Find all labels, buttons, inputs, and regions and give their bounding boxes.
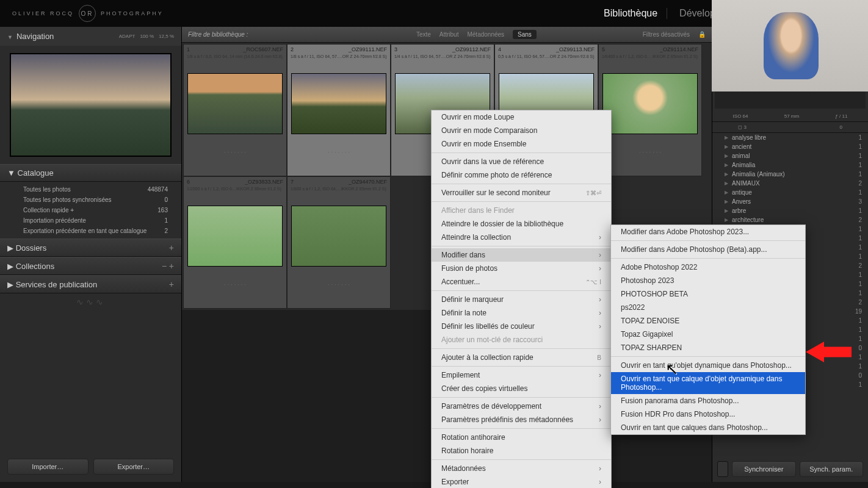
filter-metadata[interactable]: Métadonnées [467, 31, 504, 38]
folders-header[interactable]: ▶ Dossiers + [0, 239, 181, 257]
thumbnail[interactable] [602, 73, 698, 134]
webcam-overlay [712, 0, 868, 92]
menu-item[interactable]: Paramètres de développement [432, 400, 611, 413]
catalog-row[interactable]: Importation précédente1 [0, 215, 181, 226]
exif-strip: ISO 6457 mmƒ / 11 [712, 111, 868, 122]
filter-attribute[interactable]: Attribut [439, 31, 459, 38]
filters-off[interactable]: Filtres désactivés [643, 31, 690, 38]
keyword-row[interactable]: ▶animal1 [712, 151, 868, 160]
menu-item[interactable]: Ouvrir en mode Comparaison [432, 124, 611, 137]
menu-item[interactable]: Ouvrir en mode Loupe [432, 110, 611, 124]
menu-item[interactable]: Définir le marqueur [432, 293, 611, 306]
filter-text[interactable]: Texte [416, 31, 431, 38]
keyword-row[interactable]: ▶Anvers3 [712, 197, 868, 206]
thumbnail[interactable] [291, 206, 386, 267]
grid-cell[interactable]: 6_OZ93833.NEF1/2000 s à f / 1,2, ISO 6…I… [183, 176, 287, 309]
library-filter-bar: Filtre de bibliothèque : Texte Attribut … [182, 27, 712, 43]
edit-in-submenu: Modifier dans Adobe Photoshop 2023...Mod… [610, 224, 806, 435]
menu-item[interactable]: Définir comme photo de référence [432, 168, 611, 182]
zoom-adapt[interactable]: ADAPT [119, 34, 136, 39]
menu-item[interactable]: Ajouter à la collection rapideB [432, 351, 611, 364]
menu-item[interactable]: Rotation antihoraire [432, 431, 611, 444]
menu-item[interactable]: Modifier dans [432, 248, 611, 262]
menu-item[interactable]: Fusion panorama dans Photoshop... [611, 394, 805, 407]
collections-minus[interactable]: − [162, 261, 167, 271]
app-logo: OLIVIER ROCQ OR PHOTOGRAPHY [12, 5, 164, 22]
menu-item[interactable]: Modifier dans Adobe Photoshop 2023... [611, 225, 805, 239]
menu-item: Afficher dans le Finder [432, 204, 611, 217]
menu-item[interactable]: Paramètres prédéfinis des métadonnées [432, 413, 611, 426]
menu-item[interactable]: Ouvrir en tant qu'objet dynamique dans P… [611, 359, 805, 372]
keyword-row[interactable]: ▶Animalia (Animaux)1 [712, 170, 868, 179]
menu-item: Ajouter un mot-clé de raccourci [432, 333, 611, 346]
menu-item[interactable]: Fusion HDR Pro dans Photoshop... [611, 407, 805, 421]
catalog-row[interactable]: Exportation précédente en tant que catal… [0, 226, 181, 236]
menu-item[interactable]: Créer des copies virtuelles [432, 382, 611, 395]
grid-cell[interactable]: 7_OZ94470.NEF1/800 s à f / 1,2, ISO 64,…… [287, 176, 391, 309]
cursor-icon: ↖ [665, 360, 679, 379]
menu-item[interactable]: Rotation horaire [432, 444, 611, 458]
thumbnail[interactable] [187, 206, 283, 267]
menu-item[interactable]: Atteindre le dossier de la bibliothèque [432, 217, 611, 231]
menu-item[interactable]: Topaz Gigapixel [611, 328, 805, 341]
menu-item[interactable]: Métadonnées [432, 462, 611, 475]
menu-item[interactable]: Verrouiller sur le second moniteur⇧⌘⏎ [432, 186, 611, 199]
menu-item[interactable]: Définir la note [432, 306, 611, 320]
navigator-header[interactable]: ▼Navigation ADAPT 100 % 12,5 % [0, 27, 181, 46]
menu-item[interactable]: Ouvrir dans la vue de référence [432, 155, 611, 168]
grid-cell[interactable]: 1_ROC5607.NEF1/8 s à f / 8,0, ISO 64, 14… [183, 44, 287, 176]
keyword-row[interactable]: ▶analyse libre1 [712, 133, 868, 142]
grid-cell[interactable]: 5_OZ91114.NEF1/6400 s à f / 1,2, ISO 6… … [598, 44, 702, 176]
import-button[interactable]: Importer… [7, 459, 89, 475]
catalog-header[interactable]: ▼ Catalogue [0, 164, 181, 182]
menu-item[interactable]: TOPAZ SHARPEN [611, 341, 805, 354]
menu-item[interactable]: Empilement [432, 368, 611, 382]
module-library[interactable]: Bibliothèque [601, 8, 667, 19]
keyword-row[interactable]: ▶ANIMAUX2 [712, 179, 868, 188]
export-button[interactable]: Exporter… [93, 459, 175, 475]
menu-item[interactable]: TOPAZ DENOISE [611, 314, 805, 328]
menu-item[interactable]: ps2022 [611, 301, 805, 314]
filter-none[interactable]: Sans [513, 30, 537, 39]
context-menu: Ouvrir en mode LoupeOuvrir en mode Compa… [431, 110, 612, 488]
sync-toggle[interactable] [717, 461, 728, 477]
keyword-row[interactable]: ▶ancient1 [712, 142, 868, 151]
publish-header[interactable]: ▶ Services de publication + [0, 275, 181, 293]
zoom-100[interactable]: 100 % [140, 34, 154, 39]
menu-item[interactable]: Définir les libellés de couleur [432, 320, 611, 333]
menu-item[interactable]: Exporter [432, 475, 611, 488]
thumbnail[interactable] [291, 73, 386, 134]
keyword-row[interactable]: ▶arbre1 [712, 206, 868, 215]
keyword-row[interactable]: ▶antique1 [712, 188, 868, 197]
status-strip: ◻ 30 [712, 122, 868, 133]
grid-cell[interactable]: 2_OZ99111.NEF1/8 s à f / 11, ISO 64, 57.… [287, 44, 391, 176]
lock-icon[interactable]: 🔒 [698, 31, 706, 38]
catalog-row[interactable]: Collection rapide +163 [0, 205, 181, 215]
left-panel: ▼Navigation ADAPT 100 % 12,5 % ▼ Catalog… [0, 27, 182, 482]
collections-add[interactable]: + [169, 261, 174, 271]
keyword-row[interactable]: ▶Animalia1 [712, 160, 868, 170]
navigator-preview[interactable] [10, 53, 172, 157]
menu-item[interactable]: Modifier dans Adobe Photoshop (Beta).app… [611, 243, 805, 256]
menu-item[interactable]: Atteindre la collection [432, 231, 611, 244]
collections-header[interactable]: ▶ Collections − + [0, 257, 181, 275]
catalog-row[interactable]: Toutes les photos448874 [0, 184, 181, 195]
menu-item[interactable]: Ouvrir en tant que calques dans Photosho… [611, 421, 805, 434]
menu-item[interactable]: Ouvrir en mode Ensemble [432, 137, 611, 151]
sync-button[interactable]: Synchroniser [732, 461, 796, 477]
keyword-row[interactable]: ▶architecture2 [712, 215, 868, 224]
menu-item[interactable]: Ouvrir en tant que calque d'objet dynami… [611, 372, 805, 394]
folders-add[interactable]: + [169, 243, 174, 253]
publish-add[interactable]: + [169, 279, 174, 289]
zoom-125[interactable]: 12,5 % [159, 34, 174, 39]
ornament: ∿∿∿ [0, 293, 181, 310]
menu-item[interactable]: Accentuer...⌃⌥ I [432, 275, 611, 289]
menu-item[interactable]: Photoshop 2023 [611, 274, 805, 287]
sync-settings-button[interactable]: Synch. param. [800, 461, 864, 477]
filter-label: Filtre de bibliothèque : [188, 31, 310, 38]
menu-item[interactable]: Adobe Photoshop 2022 [611, 260, 805, 274]
menu-item[interactable]: PHOTOSHOP BETA [611, 287, 805, 301]
thumbnail[interactable] [187, 73, 283, 134]
menu-item[interactable]: Fusion de photos [432, 262, 611, 275]
catalog-row[interactable]: Toutes les photos synchronisées0 [0, 195, 181, 205]
